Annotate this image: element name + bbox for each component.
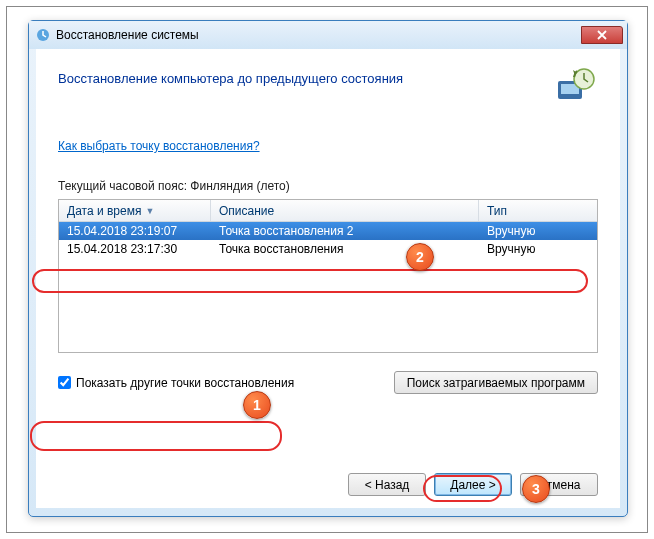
annotation-highlight-checkbox	[30, 421, 282, 451]
show-more-label: Показать другие точки восстановления	[76, 376, 294, 390]
content-area: Восстановление компьютера до предыдущего…	[36, 49, 620, 508]
show-more-checkbox-wrap[interactable]: Показать другие точки восстановления	[58, 376, 294, 390]
table-row[interactable]: 15.04.2018 23:19:07 Точка восстановления…	[59, 222, 597, 240]
wizard-footer: < Назад Далее > Отмена	[348, 473, 598, 496]
window-title: Восстановление системы	[56, 28, 581, 42]
cell-date: 15.04.2018 23:17:30	[59, 242, 211, 256]
cell-date: 15.04.2018 23:19:07	[59, 224, 211, 238]
sort-desc-icon: ▼	[145, 206, 154, 216]
titlebar: Восстановление системы	[29, 21, 627, 49]
restore-points-table: Дата и время▼ Описание Тип 15.04.2018 23…	[58, 199, 598, 353]
cell-type: Вручную	[479, 224, 597, 238]
show-more-checkbox[interactable]	[58, 376, 71, 389]
back-button[interactable]: < Назад	[348, 473, 426, 496]
column-date[interactable]: Дата и время▼	[59, 200, 211, 221]
cancel-button[interactable]: Отмена	[520, 473, 598, 496]
system-restore-window: Восстановление системы Восстановление ко…	[28, 20, 628, 517]
page-heading: Восстановление компьютера до предыдущего…	[58, 67, 554, 86]
column-type[interactable]: Тип	[479, 200, 597, 221]
annotation-badge-1: 1	[243, 391, 271, 419]
timezone-label: Текущий часовой пояс: Финляндия (лето)	[58, 179, 598, 193]
close-button[interactable]	[581, 26, 623, 44]
table-header: Дата и время▼ Описание Тип	[59, 200, 597, 222]
cell-type: Вручную	[479, 242, 597, 256]
restore-logo-icon	[554, 67, 598, 107]
column-description[interactable]: Описание	[211, 200, 479, 221]
cell-desc: Точка восстановления	[211, 242, 479, 256]
table-row[interactable]: 15.04.2018 23:17:30 Точка восстановления…	[59, 240, 597, 258]
next-button[interactable]: Далее >	[434, 473, 512, 496]
help-link[interactable]: Как выбрать точку восстановления?	[58, 139, 260, 153]
scan-programs-button[interactable]: Поиск затрагиваемых программ	[394, 371, 598, 394]
app-icon	[35, 27, 51, 43]
cell-desc: Точка восстановления 2	[211, 224, 479, 238]
